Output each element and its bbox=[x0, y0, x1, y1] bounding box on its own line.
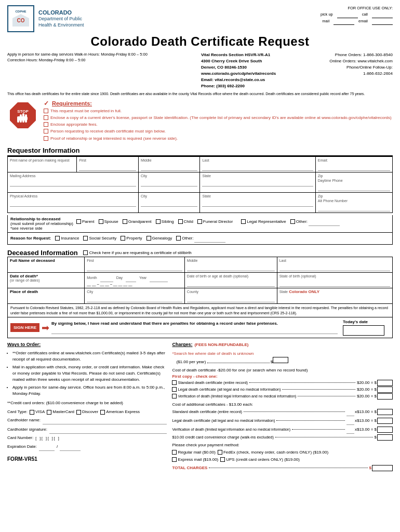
social-security-checkbox[interactable] bbox=[83, 236, 88, 241]
phys-zip-label: Zip bbox=[318, 194, 323, 198]
call-field[interactable] bbox=[372, 11, 393, 18]
date-input[interactable] bbox=[343, 325, 384, 336]
first-opt-2-cb[interactable] bbox=[172, 387, 177, 392]
add-field-1[interactable] bbox=[377, 409, 393, 415]
discover-checkbox[interactable] bbox=[76, 410, 81, 415]
cb-spouse: Spouse bbox=[99, 218, 118, 226]
two-col-section: Ways to Order: **Order certificates onli… bbox=[7, 341, 393, 472]
see-reverse: *see reverse side bbox=[10, 226, 73, 231]
stillbirth-label: Check here if you are requesting a certi… bbox=[89, 250, 192, 255]
middle-input[interactable] bbox=[141, 164, 198, 171]
city-input[interactable] bbox=[141, 179, 198, 187]
cc-field[interactable] bbox=[377, 434, 393, 441]
rel-labels: Relationship to deceased (must submit pr… bbox=[10, 217, 73, 231]
first-opt-3-cb[interactable] bbox=[172, 394, 177, 398]
add-qty-1[interactable] bbox=[346, 409, 354, 416]
exp-month-input[interactable] bbox=[39, 444, 55, 451]
price-2-field[interactable] bbox=[377, 387, 393, 393]
phys-city-label: City bbox=[141, 194, 147, 198]
card-number-boxes[interactable]: [ ][ ][ ][ ] bbox=[35, 435, 60, 441]
alt-phone-input[interactable] bbox=[318, 204, 390, 211]
grandparent-checkbox[interactable] bbox=[123, 219, 127, 224]
first-input[interactable] bbox=[79, 164, 136, 171]
cardholder-sig-row: Cardholder signature: bbox=[7, 425, 167, 434]
dec-middle-input[interactable] bbox=[187, 264, 275, 271]
add-qty-2[interactable] bbox=[346, 418, 354, 425]
other-rel-checkbox[interactable] bbox=[290, 219, 295, 224]
price-3-field[interactable] bbox=[377, 393, 393, 400]
insurance-checkbox[interactable] bbox=[55, 236, 60, 241]
other-reason-checkbox[interactable] bbox=[176, 236, 181, 241]
physical-cell: Physical Address bbox=[8, 192, 139, 212]
phone-input[interactable] bbox=[318, 184, 390, 191]
mail-field[interactable] bbox=[334, 18, 354, 25]
expiration-label: Expiration Date: bbox=[7, 444, 37, 450]
ups-cb[interactable] bbox=[220, 457, 225, 462]
first-opt-1-cb[interactable] bbox=[172, 380, 177, 385]
regular-mail-cb[interactable] bbox=[172, 450, 177, 455]
fedex-cb[interactable] bbox=[218, 450, 222, 455]
mc-checkbox[interactable] bbox=[47, 410, 51, 415]
price-1: $20.00 = $ bbox=[357, 380, 393, 386]
year-input[interactable] bbox=[150, 275, 168, 282]
signature-input[interactable] bbox=[51, 327, 338, 334]
req-checkbox-1[interactable] bbox=[44, 109, 48, 113]
dob-input[interactable] bbox=[187, 280, 275, 287]
legal-rep-checkbox[interactable] bbox=[241, 219, 246, 224]
sibling-checkbox[interactable] bbox=[156, 219, 161, 224]
email-input[interactable] bbox=[318, 164, 390, 171]
physical-input[interactable] bbox=[10, 200, 136, 207]
additional-label: Cost of additional certificates - $13.00… bbox=[172, 402, 393, 408]
parent-checkbox[interactable] bbox=[76, 219, 81, 224]
cb-child: Child bbox=[178, 218, 193, 226]
phys-city-input[interactable] bbox=[141, 200, 198, 207]
dec-last-input[interactable] bbox=[279, 264, 390, 271]
total-field[interactable] bbox=[372, 465, 393, 471]
dec-county-input[interactable] bbox=[187, 295, 275, 302]
property-checkbox[interactable] bbox=[121, 236, 125, 241]
email-field[interactable] bbox=[372, 18, 393, 25]
express-cb[interactable] bbox=[172, 457, 177, 462]
price-1-field[interactable] bbox=[377, 380, 393, 386]
mc-cb: MasterCard bbox=[47, 409, 74, 416]
funeral-checkbox[interactable] bbox=[197, 219, 202, 224]
spouse-checkbox[interactable] bbox=[99, 219, 103, 224]
city-label: City bbox=[141, 174, 147, 178]
req-checkbox-3[interactable] bbox=[44, 122, 48, 127]
state-birth-input[interactable] bbox=[279, 280, 390, 287]
state-input[interactable] bbox=[202, 179, 313, 187]
pickup-field[interactable] bbox=[337, 11, 358, 18]
cardholder-sig-input[interactable] bbox=[49, 427, 167, 434]
req-checkbox-4[interactable] bbox=[44, 129, 48, 134]
genealogy-checkbox[interactable] bbox=[146, 236, 151, 241]
stillbirth-checkbox[interactable] bbox=[83, 250, 88, 255]
requirements-section: STOP ✓ Requirements: This request must b… bbox=[7, 100, 393, 142]
other-rel-input[interactable] bbox=[309, 219, 340, 226]
amex-checkbox[interactable] bbox=[100, 410, 105, 415]
stop-sign: STOP bbox=[7, 100, 38, 142]
reason-row: Reason for Request: Insurance Social Sec… bbox=[7, 233, 393, 245]
exp-year-input[interactable] bbox=[60, 444, 81, 451]
cardholder-name-input[interactable] bbox=[43, 417, 167, 424]
req-checkbox-2[interactable] bbox=[44, 115, 48, 120]
last-input[interactable] bbox=[202, 164, 313, 171]
req-checkbox-5[interactable] bbox=[44, 136, 48, 141]
address2: Denver, CO 80246-1530 bbox=[201, 64, 276, 71]
phys-state-input[interactable] bbox=[202, 200, 313, 207]
month-input[interactable] bbox=[100, 275, 113, 282]
search-fee-field[interactable] bbox=[273, 357, 288, 363]
apply-line2: Correction Hours: Monday-Friday 8:00 – 5… bbox=[7, 58, 148, 63]
payment-regular: Regular mail ($0.00) bbox=[172, 449, 215, 456]
add-qty-3[interactable] bbox=[346, 427, 354, 434]
mailing-input[interactable] bbox=[10, 179, 136, 187]
add-field-2[interactable] bbox=[377, 418, 393, 424]
visa-checkbox[interactable] bbox=[30, 410, 34, 415]
mailing-row: Mailing Address City State Zip Daytime P… bbox=[8, 172, 393, 192]
dec-city-input[interactable] bbox=[87, 295, 182, 302]
child-checkbox[interactable] bbox=[178, 219, 183, 224]
visa-cb: VISA bbox=[30, 409, 45, 416]
other-reason-input[interactable] bbox=[194, 235, 225, 243]
add-field-3[interactable] bbox=[377, 427, 393, 433]
day-input[interactable] bbox=[126, 275, 136, 282]
dec-first-input[interactable] bbox=[87, 264, 182, 271]
